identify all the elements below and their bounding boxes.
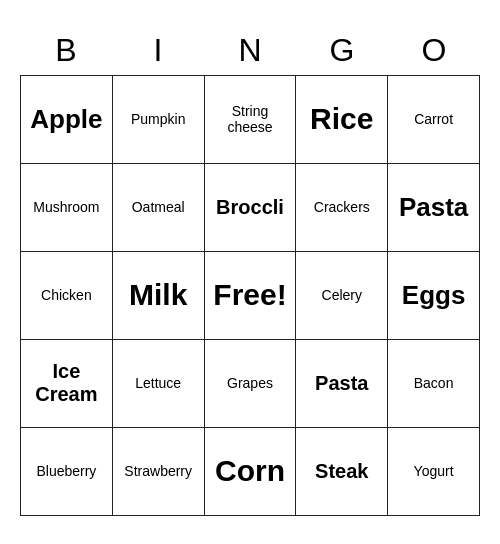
bingo-cell: Lettuce [113,340,205,428]
bingo-cell: Ice Cream [21,340,113,428]
bingo-cell: Eggs [388,252,480,340]
bingo-cell: Grapes [205,340,297,428]
header-letter: B [20,29,112,73]
bingo-cell: Milk [113,252,205,340]
bingo-cell: Crackers [296,164,388,252]
header-letter: I [112,29,204,73]
bingo-header: BINGO [20,29,480,73]
bingo-cell: Pumpkin [113,76,205,164]
bingo-cell: Blueberry [21,428,113,516]
header-letter: N [204,29,296,73]
bingo-cell: Chicken [21,252,113,340]
bingo-cell: Pasta [388,164,480,252]
bingo-cell: Strawberry [113,428,205,516]
bingo-cell: Celery [296,252,388,340]
bingo-card: BINGO ApplePumpkinString cheeseRiceCarro… [20,29,480,516]
bingo-grid: ApplePumpkinString cheeseRiceCarrotMushr… [20,75,480,516]
bingo-cell: Oatmeal [113,164,205,252]
header-letter: G [296,29,388,73]
bingo-cell: Pasta [296,340,388,428]
bingo-cell: Broccli [205,164,297,252]
bingo-cell: String cheese [205,76,297,164]
bingo-cell: Corn [205,428,297,516]
bingo-cell: Steak [296,428,388,516]
bingo-cell: Rice [296,76,388,164]
bingo-cell: Mushroom [21,164,113,252]
bingo-cell: Bacon [388,340,480,428]
bingo-cell: Yogurt [388,428,480,516]
header-letter: O [388,29,480,73]
bingo-cell: Carrot [388,76,480,164]
bingo-cell: Free! [205,252,297,340]
bingo-cell: Apple [21,76,113,164]
